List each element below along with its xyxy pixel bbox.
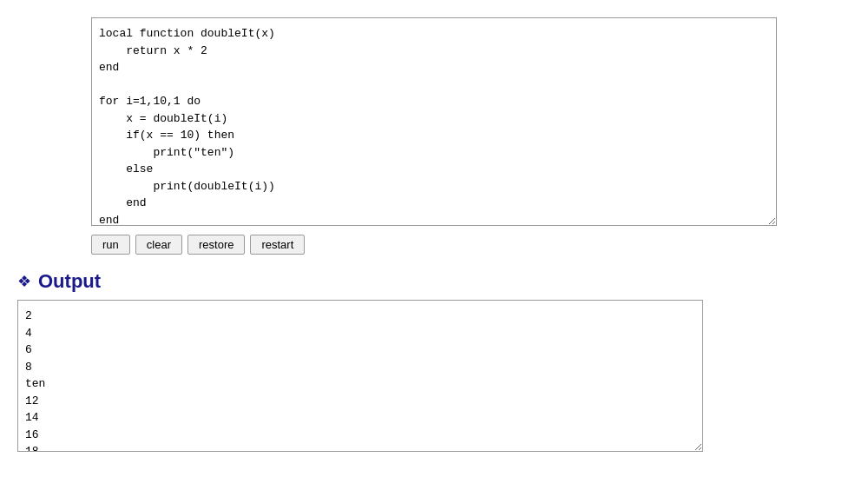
restart-button[interactable]: restart	[250, 235, 305, 255]
output-diamond-icon: ❖	[17, 272, 31, 291]
restore-button[interactable]: restore	[187, 235, 245, 255]
run-button[interactable]: run	[91, 235, 130, 255]
clear-button[interactable]: clear	[135, 235, 182, 255]
output-section: ❖ Output 2 4 6 8 ten 12 14 16 18 20	[17, 270, 703, 452]
output-textarea[interactable]: 2 4 6 8 ten 12 14 16 18 20	[17, 300, 703, 452]
output-title: Output	[38, 270, 101, 293]
output-heading: ❖ Output	[17, 270, 703, 293]
code-editor-section: local function doubleIt(x) return x * 2 …	[91, 17, 777, 255]
code-editor[interactable]: local function doubleIt(x) return x * 2 …	[91, 17, 777, 226]
button-row: run clear restore restart	[91, 235, 777, 255]
